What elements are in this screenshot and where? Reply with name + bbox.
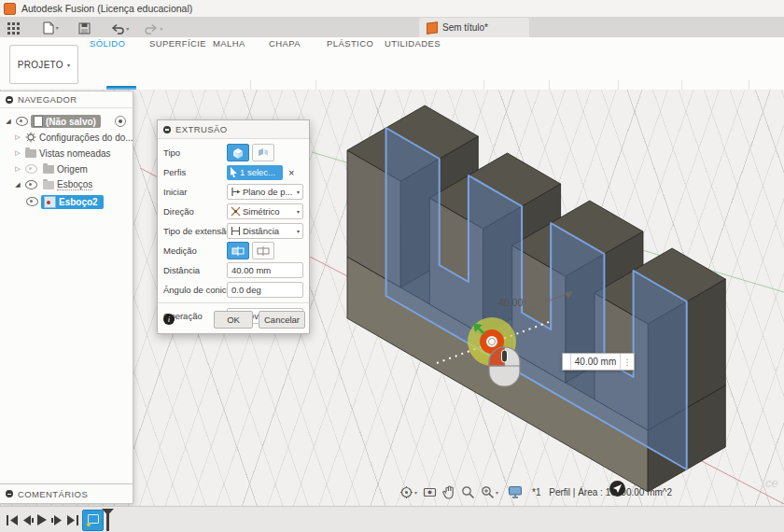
tab-malha[interactable]: MALHA xyxy=(213,38,245,49)
pan-icon[interactable] xyxy=(442,485,455,499)
folder-icon xyxy=(25,149,36,158)
start-plane-icon xyxy=(231,187,241,197)
navigator-title: NAVEGADOR xyxy=(18,94,77,105)
direction-dropdown[interactable]: Simétrico▾ xyxy=(227,203,303,219)
app-grid-icon[interactable] xyxy=(0,19,25,38)
type-solid-button[interactable] xyxy=(227,144,249,161)
tab-plastico[interactable]: PLÁSTICO xyxy=(327,38,373,49)
symmetric-icon xyxy=(231,206,241,217)
collapse-icon[interactable]: ▷ xyxy=(13,149,22,157)
dialog-header[interactable]: EXTRUSÃO xyxy=(158,120,309,139)
origin-label[interactable]: Origem xyxy=(57,164,88,175)
tree-row-origin[interactable]: ▷ Origem xyxy=(0,161,133,176)
timeline-step-back-button[interactable] xyxy=(21,514,34,525)
comments-panel[interactable]: COMENTÁRIOS xyxy=(0,483,133,504)
document-tab[interactable]: Sem título* xyxy=(419,18,529,37)
status-prefix: *1 xyxy=(532,487,540,497)
field-medicao: Medição xyxy=(163,242,305,259)
navigator-header[interactable]: NAVEGADOR xyxy=(0,91,133,108)
named-views-label[interactable]: Vistas nomeadas xyxy=(39,148,111,159)
tree-row-document[interactable]: ◢ (Não salvo) xyxy=(0,114,133,129)
extent-dropdown[interactable]: Distância▾ xyxy=(227,223,303,239)
selection-status: *1 Perfil | Área : 16800.00 mm^2 xyxy=(532,487,672,497)
tab-utilidades[interactable]: UTILIDADES xyxy=(385,38,441,49)
timeline-step-forward-button[interactable] xyxy=(50,514,63,525)
visibility-eye-icon[interactable] xyxy=(16,117,28,126)
distance-input[interactable]: 40.00 mm xyxy=(227,262,303,278)
visibility-eye-icon[interactable] xyxy=(25,180,37,189)
dialog-handle-icon xyxy=(163,126,171,133)
tree-row-settings[interactable]: ▷ Configurações do do... xyxy=(0,130,133,145)
file-menu-icon[interactable]: ▾ xyxy=(37,18,64,37)
taper-angle-input[interactable]: 0.0 deg xyxy=(227,282,303,298)
document-page-icon xyxy=(34,116,43,127)
app-icon xyxy=(4,3,16,15)
viewport-toolbar: ▾ ▾ *1 Perfil | Área : 16800.00 mm^2 xyxy=(399,483,672,501)
title-bar: Autodesk Fusion (Licença educacional) xyxy=(0,0,784,18)
gear-icon xyxy=(25,132,36,143)
panel-handle-icon xyxy=(6,96,13,104)
ok-button[interactable]: OK xyxy=(214,311,253,329)
visibility-eye-icon[interactable] xyxy=(26,197,38,206)
tab-chapa[interactable]: CHAPA xyxy=(269,38,301,49)
info-icon[interactable]: i xyxy=(163,314,175,325)
field-angulo: Ângulo de conicida... 0.0 deg xyxy=(163,281,305,299)
extrude-dialog: EXTRUSÃO Tipo Perfis 1 selec... × xyxy=(157,119,310,334)
fusion-window: Autodesk Fusion (Licença educacional) ▾ … xyxy=(0,0,784,532)
watermark: ce xyxy=(765,476,778,490)
expand-icon[interactable]: ◢ xyxy=(13,181,22,189)
ribbon: SÓLIDO SUPERFÍCIE MALHA CHAPA PLÁSTICO U… xyxy=(0,37,784,91)
project-button[interactable]: PROJETO▾ xyxy=(9,45,78,84)
comments-title: COMENTÁRIOS xyxy=(18,489,88,499)
dialog-title: EXTRUSÃO xyxy=(175,124,227,134)
measure-whole-button[interactable] xyxy=(252,242,274,259)
display-settings-icon[interactable] xyxy=(508,485,523,498)
timeline-go-end-button[interactable] xyxy=(65,514,78,525)
distance-value-box[interactable]: 40.00 mm ⋮ xyxy=(562,353,635,371)
sketch-icon xyxy=(44,196,56,208)
save-icon[interactable] xyxy=(73,19,96,38)
type-thin-button[interactable] xyxy=(252,144,274,161)
zoom-window-icon[interactable]: ▾ xyxy=(481,485,498,499)
field-direcao: Direção Simétrico▾ xyxy=(163,203,305,220)
tab-solido[interactable]: SÓLIDO xyxy=(90,38,125,49)
zoom-icon[interactable] xyxy=(461,485,475,499)
share-badge-icon[interactable] xyxy=(609,481,625,497)
field-extensao: Tipo de extensão Distância▾ xyxy=(163,222,305,240)
quick-access-toolbar: ▾ ▾ ▾ Sem título* xyxy=(0,18,784,37)
orbit-icon[interactable]: ▾ xyxy=(399,485,417,499)
tab-superficie[interactable]: SUPERFÍCIE xyxy=(149,38,206,49)
cancel-button[interactable]: Cancelar xyxy=(259,311,305,329)
expand-icon[interactable]: ◢ xyxy=(4,118,13,125)
tree-row-sketch2[interactable]: Esboço2 xyxy=(0,194,133,209)
settings-node-label[interactable]: Configurações do do... xyxy=(39,133,133,143)
manipulator-arrow-icon xyxy=(471,321,490,340)
document-node-label[interactable]: (Não salvo) xyxy=(46,117,96,127)
timeline-playhead[interactable] xyxy=(101,508,116,532)
measure-half-button[interactable] xyxy=(227,242,249,259)
window-title: Autodesk Fusion (Licença educacional) xyxy=(21,3,192,14)
clear-selection-icon[interactable]: × xyxy=(288,167,294,178)
redo-icon[interactable]: ▾ xyxy=(139,19,168,38)
collapse-icon[interactable]: ▷ xyxy=(13,165,22,173)
timeline-go-start-button[interactable] xyxy=(6,514,19,525)
undo-icon[interactable]: ▾ xyxy=(105,19,134,38)
value-box-menu-icon[interactable]: ⋮ xyxy=(620,354,634,370)
distance-extent-icon xyxy=(231,226,241,236)
tree-row-named-views[interactable]: ▷ Vistas nomeadas xyxy=(0,146,133,161)
value-box-grip[interactable] xyxy=(563,354,571,370)
collapse-icon[interactable]: ▷ xyxy=(13,133,22,141)
start-dropdown[interactable]: Plano de p...▾ xyxy=(227,184,303,200)
sketch2-label[interactable]: Esboço2 xyxy=(59,197,98,207)
look-at-icon[interactable] xyxy=(423,486,437,498)
tree-row-sketches[interactable]: ◢ Esboços xyxy=(0,177,133,192)
navigator-panel: NAVEGADOR ◢ (Não salvo) ▷ Configurações … xyxy=(0,91,133,504)
folder-icon xyxy=(43,165,54,174)
profiles-select-button[interactable]: 1 selec... xyxy=(227,165,283,180)
timeline-play-button[interactable] xyxy=(35,514,49,525)
field-iniciar: Iniciar Plano de p...▾ xyxy=(163,183,305,201)
active-document-radio[interactable] xyxy=(115,116,126,127)
visibility-eye-off-icon[interactable] xyxy=(25,164,37,174)
distance-value[interactable]: 40.00 mm xyxy=(571,354,620,370)
sketches-label[interactable]: Esboços xyxy=(57,179,92,190)
